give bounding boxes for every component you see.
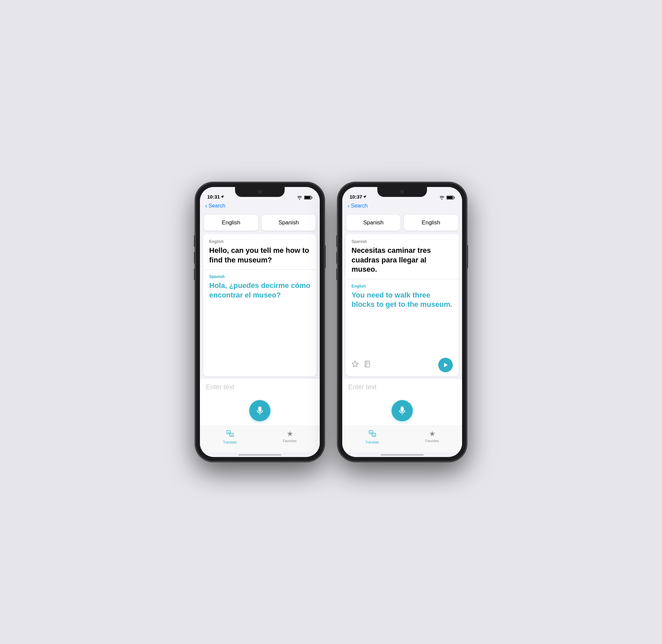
target-lang-label-2: English [351, 284, 453, 289]
tab-favorites-2[interactable]: ★ Favorites [402, 428, 462, 445]
svg-text:A: A [228, 431, 229, 434]
battery-icon-1 [304, 196, 313, 200]
dictionary-button-2[interactable] [364, 360, 371, 370]
back-label-2: Search [351, 203, 368, 209]
home-indicator-2 [381, 454, 424, 456]
battery-icon-2 [447, 196, 455, 200]
tab-translate-label-2: Translate [365, 440, 379, 444]
play-icon-2 [443, 362, 449, 368]
source-section-1: English Hello, can you tell me how to fi… [203, 234, 316, 270]
input-placeholder-2: Enter text [348, 383, 456, 391]
nav-bar-2: ‹ Search [342, 202, 462, 211]
time-display-1: 10:31 [207, 194, 220, 200]
tab-bar-1: A 文 Translate ★ Favorites [200, 426, 320, 452]
lang-btn-right-1[interactable]: Spanish [261, 215, 316, 231]
lang-btn-right-2[interactable]: English [404, 215, 458, 231]
tab-bar-2: A 文 Translate ★ Favorites [342, 426, 462, 452]
back-chevron-icon-1: ‹ [205, 203, 207, 209]
target-text-1: Hola, ¿puedes decirme cómo encontrar el … [209, 281, 311, 300]
action-row-2 [346, 354, 459, 376]
svg-text:文: 文 [231, 434, 233, 436]
back-label-1: Search [208, 203, 225, 209]
location-arrow-icon-2 [363, 195, 366, 199]
target-section-2: English You need to walk three blocks to… [346, 279, 459, 354]
source-text-2: Necesitas caminar tres cuadras para lleg… [351, 246, 453, 274]
mic-button-2[interactable] [392, 400, 413, 421]
source-section-2: Spanish Necesitas caminar tres cuadras p… [346, 234, 459, 279]
lang-btn-left-2[interactable]: Spanish [346, 215, 401, 231]
back-chevron-icon-2: ‹ [347, 203, 349, 209]
svg-rect-9 [365, 361, 370, 367]
svg-rect-7 [447, 196, 453, 199]
target-text-2: You need to walk three blocks to get to … [351, 291, 453, 309]
favorite-button-2[interactable] [351, 360, 359, 370]
back-button-1[interactable]: ‹ Search [205, 203, 225, 209]
action-icons-left-2 [351, 360, 438, 370]
home-indicator-1 [238, 454, 281, 456]
phone-screen-2: 10:37 ‹ Search [342, 187, 462, 457]
status-time-2: 10:37 [349, 194, 366, 200]
back-button-2[interactable]: ‹ Search [347, 203, 368, 209]
translate-icon-2: A 文 [368, 430, 376, 439]
status-icons-1 [297, 196, 313, 200]
mic-button-1[interactable] [249, 400, 270, 421]
translation-area-2: Spanish Necesitas caminar tres cuadras p… [346, 234, 459, 376]
phone-screen-1: 10:31 [200, 187, 320, 457]
tab-favorites-label-1: Favorites [283, 439, 297, 443]
star-icon-1: ★ [287, 430, 293, 438]
nav-bar-1: ‹ Search [200, 202, 320, 211]
svg-text:文: 文 [373, 434, 375, 436]
wifi-icon-1 [297, 196, 302, 200]
location-arrow-icon-1 [221, 195, 224, 199]
input-placeholder-1: Enter text [206, 383, 314, 391]
mic-area-2 [342, 395, 462, 426]
tab-translate-1[interactable]: A 文 Translate [200, 428, 260, 445]
source-text-1: Hello, can you tell me how to find the m… [209, 246, 311, 265]
translate-icon-1: A 文 [226, 430, 234, 439]
status-time-1: 10:31 [207, 194, 224, 200]
svg-text:A: A [370, 431, 372, 434]
target-lang-label-1: Spanish [209, 274, 311, 279]
star-filled-icon-2: ★ [429, 430, 436, 438]
svg-marker-8 [352, 361, 358, 367]
lang-btn-left-1[interactable]: English [204, 215, 258, 231]
translation-area-1: English Hello, can you tell me how to fi… [203, 234, 316, 376]
phone-1: 10:31 [195, 182, 324, 462]
star-outline-icon-2 [351, 360, 359, 368]
tab-favorites-1[interactable]: ★ Favorites [260, 428, 320, 445]
source-lang-label-1: English [209, 239, 311, 244]
svg-marker-13 [444, 363, 448, 367]
input-area-2[interactable]: Enter text [342, 378, 462, 395]
tab-translate-2[interactable]: A 文 Translate [342, 428, 402, 445]
status-icons-2 [439, 196, 455, 200]
phone-2: 10:37 ‹ Search [338, 182, 467, 462]
mic-icon-1 [255, 406, 265, 415]
target-section-1: Spanish Hola, ¿puedes decirme cómo encon… [203, 270, 316, 376]
book-icon-2 [364, 360, 371, 368]
lang-selector-2: Spanish English [342, 211, 462, 234]
tab-translate-label-1: Translate [223, 440, 237, 444]
lang-selector-1: English Spanish [200, 211, 320, 234]
notch-1 [235, 187, 285, 197]
time-display-2: 10:37 [349, 194, 362, 200]
tab-favorites-label-2: Favorites [425, 439, 439, 443]
svg-rect-1 [304, 196, 311, 199]
play-button-2[interactable] [438, 358, 453, 372]
notch-2 [377, 187, 427, 197]
input-area-1[interactable]: Enter text [200, 378, 320, 395]
wifi-icon-2 [439, 196, 444, 200]
mic-icon-2 [397, 406, 407, 415]
source-lang-label-2: Spanish [351, 239, 453, 244]
mic-area-1 [200, 395, 320, 426]
